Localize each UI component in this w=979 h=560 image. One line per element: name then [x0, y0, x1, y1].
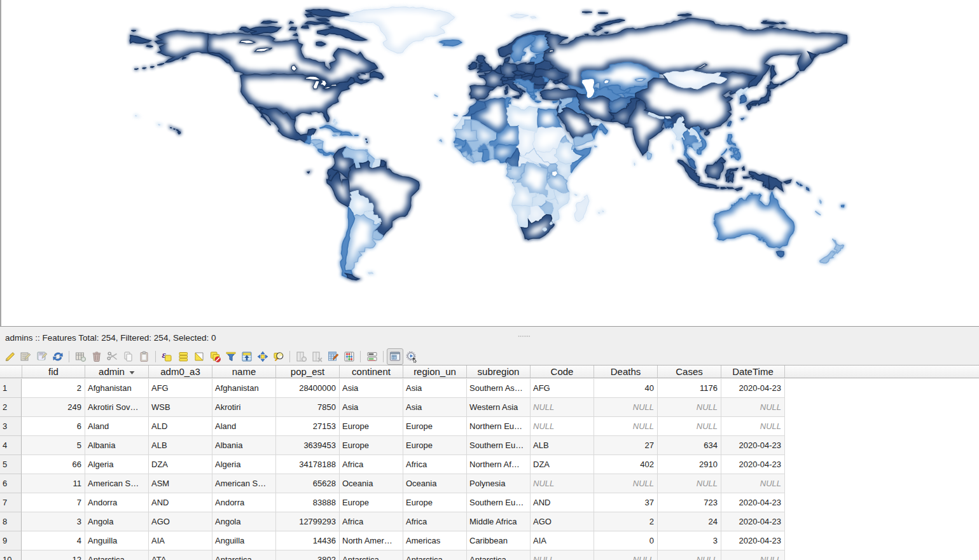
svg-text:ε: ε: [162, 350, 166, 360]
